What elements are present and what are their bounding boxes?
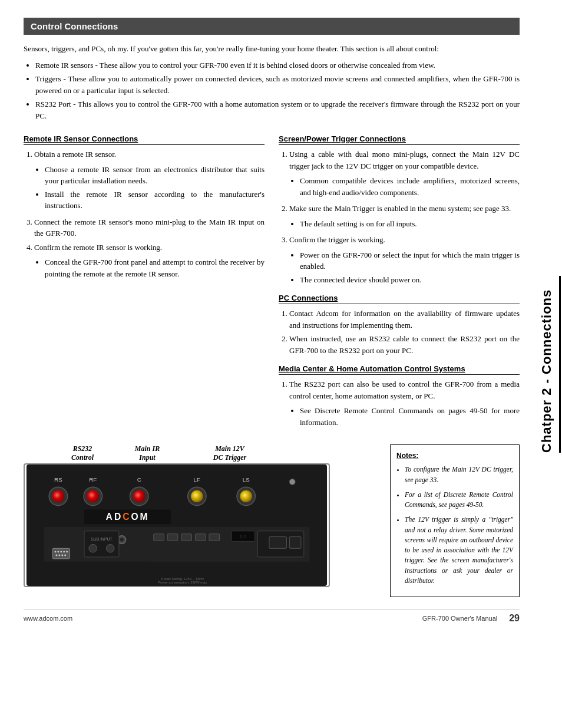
pc-step-1: Contact Adcom for information on the ava… — [289, 308, 520, 331]
label-main-ir: Main IR Input — [124, 444, 171, 462]
remote-ir-step-4: Confirm the remote IR sensor is working.… — [34, 242, 265, 280]
svg-text:ADCOM: ADCOM — [106, 512, 150, 522]
remote-ir-step-1: Obtain a remote IR sensor. Choose a remo… — [34, 149, 265, 212]
remote-ir-step-1-subs: Choose a remote IR sensor from an electr… — [45, 164, 265, 212]
svg-rect-35 — [167, 534, 178, 541]
screen-power-sub-3: Power on the GFR-700 or select the input… — [300, 249, 520, 272]
svg-point-22 — [57, 551, 59, 553]
remote-ir-sub-3: Conceal the GFR-700 front panel and atte… — [45, 256, 265, 279]
svg-rect-39 — [84, 531, 119, 557]
main-content: Control Connections Sensors, triggers, a… — [0, 0, 537, 728]
svg-point-24 — [63, 551, 65, 553]
diagram-area: RS232 Control Main IR Input Main 12V DC … — [24, 444, 384, 597]
bullet-2: Triggers - These allow you to automatica… — [35, 73, 520, 96]
svg-point-21 — [55, 551, 57, 553]
intro-bullets: Remote IR sensors - These allow you to c… — [35, 60, 520, 122]
screen-power-step-2: Make sure the Main Trigger is enabled in… — [289, 203, 520, 229]
chapter-label: Chatper 2 - Connections — [539, 276, 561, 453]
two-col-layout: Remote IR Sensor Connections Obtain a re… — [24, 126, 520, 433]
media-center-sub-1: See Discrete Remote Control Commands on … — [300, 405, 520, 428]
svg-text:LF: LF — [194, 476, 200, 483]
svg-rect-37 — [195, 534, 206, 541]
svg-point-16 — [289, 479, 295, 485]
svg-point-41 — [89, 544, 97, 552]
svg-text:0  0: 0 0 — [240, 534, 247, 539]
footer-right: GFR-700 Owner's Manual 29 — [422, 613, 520, 624]
screen-power-sub-4: The connected device should power on. — [300, 274, 520, 286]
svg-point-9 — [133, 490, 146, 503]
note-3: The 12V trigger is simply a "trigger" an… — [405, 515, 513, 586]
svg-point-28 — [61, 555, 63, 556]
bullet-3: RS232 Port - This allows you to control … — [35, 98, 520, 121]
footer-manual: GFR-700 Owner's Manual — [422, 615, 497, 622]
notes-box: Notes: To configure the Main 12V DC trig… — [390, 444, 520, 597]
media-center-step-1: The RS232 port can also be used to contr… — [289, 378, 520, 428]
svg-text:SUB INPUT: SUB INPUT — [91, 537, 113, 541]
svg-rect-45 — [289, 537, 301, 549]
svg-text:Power consumption: 290W max: Power consumption: 290W max — [158, 581, 207, 584]
note-2: For a list of Discrete Remote Control Co… — [405, 490, 513, 510]
svg-point-6 — [87, 490, 100, 503]
notes-list: To configure the Main 12V DC trigger, se… — [405, 465, 513, 586]
media-center-title: Media Center & Home Automation Control S… — [279, 364, 520, 375]
remote-ir-title: Remote IR Sensor Connections — [24, 134, 265, 145]
page-footer: www.adcom.com GFR-700 Owner's Manual 29 — [24, 609, 520, 624]
footer-website: www.adcom.com — [24, 615, 72, 622]
media-center-list: The RS232 port can also be used to contr… — [289, 378, 520, 428]
note-1: To configure the Main 12V DC trigger, se… — [405, 465, 513, 485]
bullet-1: Remote IR sensors - These allow you to c… — [35, 60, 520, 71]
pc-connections-title: PC Connections — [279, 294, 520, 304]
remote-ir-sub-1: Choose a remote IR sensor from an electr… — [45, 164, 265, 187]
svg-point-33 — [120, 538, 124, 542]
screen-power-list: Using a cable with dual mono mini-plugs,… — [289, 149, 520, 285]
label-12v: Main 12V DC Trigger — [206, 444, 253, 462]
label-rs232: RS232 Control — [53, 444, 112, 462]
svg-text:RS: RS — [54, 476, 62, 483]
screen-power-title: Screen/Power Trigger Connections — [279, 134, 520, 145]
pc-connections-list: Contact Adcom for information on the ava… — [289, 308, 520, 356]
svg-text:C: C — [137, 476, 141, 483]
remote-ir-list: Obtain a remote IR sensor. Choose a remo… — [34, 149, 265, 279]
svg-rect-20 — [52, 548, 70, 559]
screen-power-sub-1: Common compatible devices include amplif… — [300, 175, 520, 198]
page-number: 29 — [509, 613, 520, 624]
svg-rect-36 — [181, 534, 192, 541]
svg-point-3 — [52, 490, 65, 503]
screen-power-step-1: Using a cable with dual mono mini-plugs,… — [289, 149, 520, 198]
svg-point-29 — [64, 555, 66, 556]
section-title: Control Connections — [24, 18, 520, 35]
svg-point-15 — [240, 490, 253, 503]
right-column: Screen/Power Trigger Connections Using a… — [279, 126, 520, 433]
left-column: Remote IR Sensor Connections Obtain a re… — [24, 126, 265, 433]
svg-rect-44 — [269, 537, 286, 549]
svg-rect-0 — [27, 465, 327, 586]
bottom-area: RS232 Control Main IR Input Main 12V DC … — [24, 444, 520, 597]
page-container: Control Connections Sensors, triggers, a… — [0, 0, 562, 728]
screen-power-sub-2: The default setting is on for all inputs… — [300, 218, 520, 230]
svg-point-25 — [66, 551, 68, 553]
svg-point-12 — [191, 490, 204, 503]
pc-step-2: When instructed, use an RS232 cable to c… — [289, 333, 520, 356]
svg-point-42 — [106, 544, 114, 552]
svg-point-26 — [55, 555, 57, 556]
receiver-diagram: RS RF C LF LS — [24, 463, 330, 587]
remote-ir-step-3: Connect the remote IR sensor's mono mini… — [34, 216, 265, 239]
svg-text:RF: RF — [89, 476, 97, 483]
screen-power-step-3: Confirm the trigger is working. Power on… — [289, 234, 520, 285]
svg-point-27 — [58, 555, 60, 556]
remote-ir-sub-2: Install the remote IR sensor according t… — [45, 189, 265, 212]
svg-rect-34 — [154, 534, 164, 541]
svg-rect-38 — [209, 534, 220, 541]
svg-text:LS: LS — [243, 476, 250, 483]
intro-paragraph: Sensors, triggers, and PCs, oh my. If yo… — [24, 43, 520, 55]
remote-ir-step-4-subs: Conceal the GFR-700 front panel and atte… — [45, 256, 265, 279]
svg-point-23 — [60, 551, 62, 553]
vertical-tab: Chatper 2 - Connections — [537, 0, 562, 728]
notes-title: Notes: — [396, 451, 513, 461]
